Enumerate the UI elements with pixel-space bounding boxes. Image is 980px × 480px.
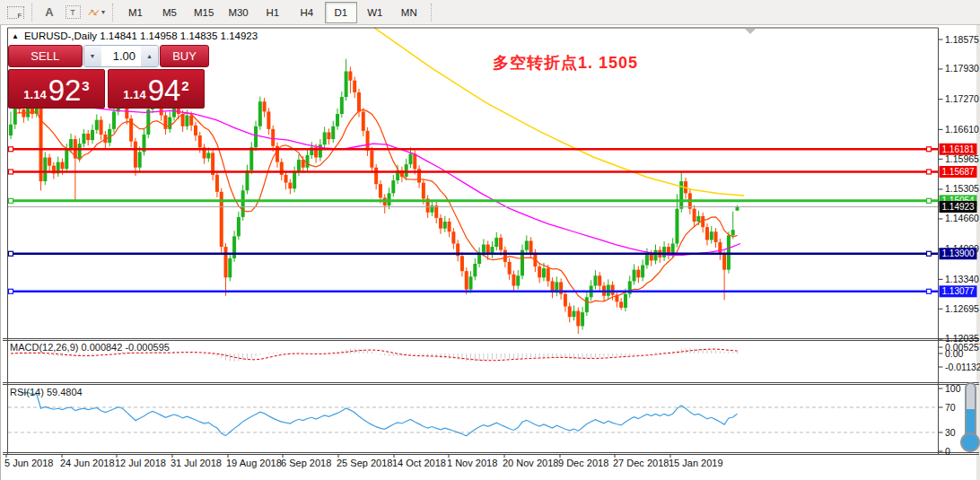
- svg-text:19 Aug 2018: 19 Aug 2018: [226, 458, 282, 468]
- svg-text:6 Sep 2018: 6 Sep 2018: [281, 458, 331, 468]
- svg-text:1.13077: 1.13077: [942, 286, 976, 296]
- svg-text:25 Sep 2018: 25 Sep 2018: [337, 458, 392, 468]
- one-click-trading-panel: SELL ▼ 1.00 ▲ BUY 1.14 92 3 1.14 94 2: [8, 45, 209, 109]
- volume-stepper: ▼ 1.00 ▲: [83, 45, 159, 67]
- font-button[interactable]: A: [39, 2, 60, 23]
- volume-up-button[interactable]: ▲: [141, 46, 158, 66]
- svg-text:1.12695: 1.12695: [945, 303, 979, 314]
- dropdown-caret-icon: ▾: [101, 8, 105, 16]
- toolbar-separator: [31, 4, 33, 22]
- svg-text:1.15687: 1.15687: [942, 167, 976, 177]
- timeframe-H1[interactable]: H1: [257, 2, 289, 23]
- buy-button[interactable]: BUY: [160, 45, 209, 67]
- arrows-tool-button[interactable]: ↗↙ ▾: [85, 2, 107, 23]
- freeze-grid-icon: F: [7, 6, 24, 19]
- svg-text:20 Nov 2018: 20 Nov 2018: [503, 458, 558, 468]
- svg-text:1.13900: 1.13900: [942, 249, 976, 258]
- text-label-button[interactable]: T: [62, 2, 83, 23]
- thermometer-stem: [965, 382, 976, 440]
- svg-text:15 Jan 2019: 15 Jan 2019: [669, 458, 723, 468]
- timeframe-group: M1M5M15M30H1H4D1W1MN: [118, 2, 426, 23]
- svg-text:1.17930: 1.17930: [945, 63, 979, 74]
- rsi-label: RSI(14) 59.4804: [10, 387, 83, 397]
- svg-text:1.18575: 1.18575: [945, 34, 979, 45]
- svg-text:14 Oct 2018: 14 Oct 2018: [392, 458, 446, 468]
- mt4-terminal: F A T ↗↙ ▾ M1M5M15M30H1H4D1W1MN 1.185751…: [0, 0, 980, 480]
- timeframe-M30[interactable]: M30: [222, 2, 254, 23]
- svg-text:5 Jun 2018: 5 Jun 2018: [4, 458, 53, 468]
- thermometer-icon[interactable]: [959, 382, 980, 459]
- chart-window: 1.185751.179301.172701.166101.159651.153…: [0, 25, 980, 480]
- svg-text:30: 30: [945, 427, 956, 438]
- timeframe-MN[interactable]: MN: [393, 2, 425, 23]
- svg-text:1.17270: 1.17270: [945, 93, 979, 104]
- buy-price-big: 94: [148, 77, 181, 104]
- svg-text:0: 0: [945, 446, 950, 457]
- letter-a-icon: A: [45, 5, 53, 19]
- sell-price-sup: 3: [82, 78, 89, 93]
- sell-price-prefix: 1.14: [23, 88, 46, 101]
- timeframe-M5[interactable]: M5: [153, 2, 186, 23]
- sell-button[interactable]: SELL: [8, 45, 83, 67]
- sell-price-tile[interactable]: 1.14 92 3: [8, 69, 105, 109]
- svg-text:1 Nov 2018: 1 Nov 2018: [447, 458, 497, 468]
- collapse-triangle-icon: ▲: [12, 32, 19, 40]
- macd-label: MACD(12,26,9) 0.000842 -0.000595: [10, 342, 170, 353]
- text-box-icon: T: [66, 5, 81, 19]
- svg-text:70: 70: [945, 402, 956, 413]
- svg-text:1.16181: 1.16181: [942, 144, 976, 154]
- timeframe-M1[interactable]: M1: [119, 2, 152, 23]
- sell-price-big: 92: [48, 77, 82, 104]
- buy-price-tile[interactable]: 1.14 94 2: [108, 69, 205, 109]
- toolbar-separator: [431, 4, 433, 22]
- chart-title-text: EURUSD-,Daily 1.14841 1.14958 1.14835 1.…: [24, 31, 258, 41]
- timeframe-W1[interactable]: W1: [359, 2, 391, 23]
- chart-title: ▲ EURUSD-,Daily 1.14841 1.14958 1.14835 …: [12, 31, 258, 41]
- svg-text:0.00: 0.00: [945, 348, 964, 359]
- svg-text:1.14660: 1.14660: [945, 213, 979, 223]
- svg-text:1.16610: 1.16610: [945, 124, 979, 135]
- svg-text:1.13340: 1.13340: [945, 274, 979, 284]
- svg-text:-0.011328: -0.011328: [945, 362, 980, 372]
- svg-text:27 Dec 2018: 27 Dec 2018: [613, 458, 669, 468]
- freeze-grid-button[interactable]: F: [4, 2, 26, 23]
- chinese-annotation: 多空转折点1. 1505: [493, 52, 638, 74]
- thermometer-bulb: [960, 432, 980, 452]
- svg-text:9 Dec 2018: 9 Dec 2018: [558, 458, 608, 468]
- svg-text:1.14923: 1.14923: [942, 202, 976, 212]
- toolbar: F A T ↗↙ ▾ M1M5M15M30H1H4D1W1MN: [0, 0, 980, 25]
- buy-price-sup: 2: [181, 78, 188, 93]
- svg-text:24 Jun 2018: 24 Jun 2018: [60, 458, 115, 468]
- buy-price-prefix: 1.14: [123, 88, 145, 101]
- volume-value[interactable]: 1.00: [101, 46, 141, 66]
- svg-text:12 Jul 2018: 12 Jul 2018: [115, 458, 166, 468]
- timeframe-D1[interactable]: D1: [325, 2, 357, 23]
- timeframe-M15[interactable]: M15: [188, 2, 220, 23]
- timeframe-H4[interactable]: H4: [291, 2, 323, 23]
- diagonal-arrows-icon: ↗↙: [87, 7, 99, 17]
- volume-down-button[interactable]: ▼: [84, 46, 101, 66]
- toolbar-separator: [112, 4, 114, 22]
- svg-text:1.15305: 1.15305: [945, 183, 979, 194]
- svg-text:31 Jul 2018: 31 Jul 2018: [171, 458, 222, 468]
